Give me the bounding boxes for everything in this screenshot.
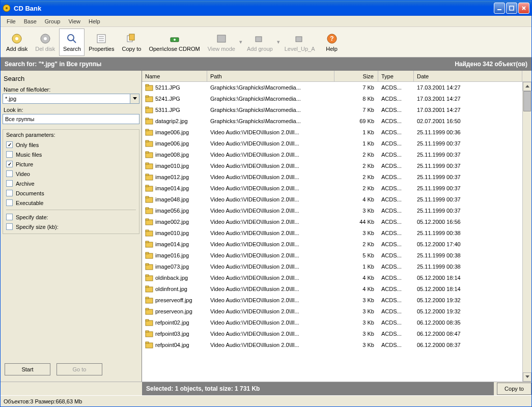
window-title: CD Bank	[14, 5, 494, 12]
table-row[interactable]: preserveon.jpgVideo Audio:\VIDEO\Illusio…	[142, 306, 531, 317]
checkbox-video[interactable]	[6, 170, 13, 177]
name-input[interactable]	[3, 94, 130, 104]
cell-size: 2 Kb	[334, 241, 378, 247]
table-row[interactable]: image073.jpgVideo Audio:\VIDEO\Illusion …	[142, 261, 531, 272]
cell-date: 05.12.2000 17:40	[414, 241, 531, 247]
cell-name: image056.jpg	[142, 207, 207, 214]
scroll-track[interactable]	[523, 91, 531, 372]
toolbar-disk-del-button: Del disk	[32, 28, 59, 56]
maximize-button[interactable]	[506, 3, 517, 14]
checkbox-documents[interactable]	[6, 190, 13, 196]
col-name[interactable]: Name	[142, 71, 207, 81]
checkbox-music-files[interactable]	[6, 151, 13, 158]
table-row[interactable]: image048.jpgVideo Audio:\VIDEO\Illusion …	[142, 194, 531, 205]
sidebar-header: Search	[3, 73, 139, 85]
scroll-thumb[interactable]	[523, 91, 531, 111]
checkbox-specify-date-[interactable]	[6, 214, 13, 220]
table-row[interactable]: image010.jpgVideo Audio:\VIDEO\Illusion …	[142, 227, 531, 239]
file-icon	[145, 218, 153, 225]
cell-name: image010.jpg	[142, 229, 207, 237]
table-row[interactable]: datagrip2.jpgGraphicks:\Graphicks\Macrom…	[142, 115, 531, 127]
file-icon	[145, 207, 153, 214]
toolbar-search-button[interactable]: Search	[59, 28, 85, 56]
vertical-scrollbar[interactable]	[522, 82, 531, 382]
col-path[interactable]: Path	[207, 71, 334, 81]
search-parameters-title: Search parameters:	[6, 132, 136, 138]
table-row[interactable]: oldinback.jpgVideo Audio:\VIDEO\Illusion…	[142, 272, 531, 283]
checkbox-picture[interactable]	[6, 161, 13, 167]
svg-rect-14	[217, 35, 226, 42]
col-date[interactable]: Date	[414, 71, 522, 81]
table-row[interactable]: image016.jpgVideo Audio:\VIDEO\Illusion …	[142, 250, 531, 261]
menu-file[interactable]: File	[3, 17, 20, 25]
table-row[interactable]: image006.jpgVideo Audio:\VIDEO\Illusion …	[142, 127, 531, 138]
menu-view[interactable]: View	[64, 17, 85, 25]
table-row[interactable]: image006.jpgVideo Audio:\VIDEO\Illusion …	[142, 138, 531, 149]
file-icon	[145, 341, 153, 348]
svg-rect-36	[146, 174, 149, 176]
cell-type: ACDS...	[378, 264, 414, 270]
checkbox-label: Archive	[16, 181, 35, 187]
checkbox-specify-size-kb-[interactable]	[6, 223, 13, 230]
scroll-up-button[interactable]	[523, 82, 531, 91]
goto-button[interactable]: Go to	[57, 363, 102, 375]
menu-help[interactable]: Help	[85, 17, 104, 25]
cell-date: 25.11.1999 00:37	[414, 174, 531, 180]
table-row[interactable]: 5311.JPGGraphicks:\Graphicks\Macromedia.…	[142, 104, 531, 115]
svg-rect-66	[146, 342, 149, 343]
name-dropdown-button[interactable]	[130, 94, 139, 104]
table-row[interactable]: refpoint04.jpgVideo Audio:\VIDEO\Illusio…	[142, 339, 531, 351]
table-row[interactable]: image012.jpgVideo Audio:\VIDEO\Illusion …	[142, 171, 531, 183]
minimize-button[interactable]	[494, 3, 505, 14]
table-row[interactable]: image002.jpgVideo Audio:\VIDEO\Illusion …	[142, 216, 531, 227]
check-row: Archive	[6, 179, 136, 188]
selection-status-bar: Selected: 1 objects, total size: 1 731 K…	[142, 382, 494, 395]
col-size[interactable]: Size	[334, 71, 378, 81]
table-row[interactable]: 5211.JPGGraphicks:\Graphicks\Macromedia.…	[142, 82, 531, 93]
table-row[interactable]: image056.jpgVideo Audio:\VIDEO\Illusion …	[142, 205, 531, 216]
scroll-down-button[interactable]	[523, 372, 531, 382]
cell-size: 3 Kb	[334, 297, 378, 303]
disk-add-icon	[11, 33, 23, 45]
close-button[interactable]	[518, 3, 529, 14]
table-row[interactable]: 5241.JPGGraphicks:\Graphicks\Macromedia.…	[142, 93, 531, 104]
toolbar-cdrom-button[interactable]: Open\close CDROM	[145, 28, 203, 56]
cell-path: Video Audio:\VIDEO\Illusion 2.0\Ill...	[207, 297, 334, 303]
file-icon	[145, 84, 153, 91]
app-icon	[3, 4, 11, 12]
table-row[interactable]: refpoint02.jpgVideo Audio:\VIDEO\Illusio…	[142, 317, 531, 328]
toolbar-help-button[interactable]: ?Help	[319, 28, 345, 56]
search-sidebar: Search Name of file/folder: Look in: Sea…	[1, 71, 142, 382]
table-row[interactable]: image014.jpgVideo Audio:\VIDEO\Illusion …	[142, 239, 531, 250]
table-row[interactable]: oldinfront.jpgVideo Audio:\VIDEO\Illusio…	[142, 283, 531, 295]
copy-to-button[interactable]: Copy to	[497, 383, 531, 395]
checkbox-executable[interactable]	[6, 199, 13, 206]
table-row[interactable]: image010.jpgVideo Audio:\VIDEO\Illusion …	[142, 160, 531, 171]
cell-size: 1 Kb	[334, 140, 378, 147]
table-row[interactable]: image008.jpgVideo Audio:\VIDEO\Illusion …	[142, 149, 531, 160]
file-icon	[145, 274, 153, 281]
cell-path: Video Audio:\VIDEO\Illusion 2.0\Ill...	[207, 275, 334, 281]
table-row[interactable]: preserveoff.jpgVideo Audio:\VIDEO\Illusi…	[142, 295, 531, 306]
checkbox-label: Music files	[16, 152, 42, 158]
toolbar-label: Search	[63, 46, 81, 52]
cell-size: 1 Kb	[334, 129, 378, 135]
toolbar-copy-button[interactable]: Copy to	[118, 28, 145, 56]
toolbar-properties-button[interactable]: Properties	[85, 28, 118, 56]
cell-date: 25.11.1999 00:38	[414, 264, 531, 270]
checkbox-only-files[interactable]	[6, 141, 13, 148]
cell-name: image073.jpg	[142, 263, 207, 270]
menu-group[interactable]: Group	[41, 17, 65, 25]
toolbar-disk-add-button[interactable]: Add disk	[3, 28, 31, 56]
menu-base[interactable]: Base	[20, 17, 41, 25]
help-icon: ?	[326, 33, 338, 45]
checkbox-archive[interactable]	[6, 180, 13, 187]
col-type[interactable]: Type	[378, 71, 414, 81]
table-row[interactable]: image014.jpgVideo Audio:\VIDEO\Illusion …	[142, 183, 531, 194]
start-button[interactable]: Start	[5, 363, 50, 375]
cell-size: 2 Kb	[334, 163, 378, 169]
cell-name: datagrip2.jpg	[142, 118, 207, 125]
lookin-input[interactable]	[3, 114, 139, 124]
table-row[interactable]: refpoint03.jpgVideo Audio:\VIDEO\Illusio…	[142, 328, 531, 339]
file-icon	[145, 263, 153, 270]
